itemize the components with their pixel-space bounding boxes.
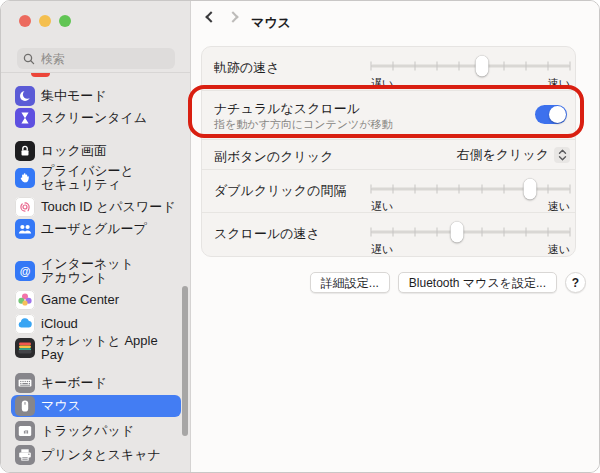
window-controls [19, 15, 71, 27]
main-content: マウス 軌跡の速さ 遅い 速い ナチュラルなスクロール [191, 1, 599, 472]
sidebar-item-wallet[interactable]: ウォレットと Apple Pay [11, 338, 181, 358]
hourglass-icon [15, 108, 35, 128]
game-center-icon [15, 290, 35, 310]
sidebar-item-touch-id[interactable]: Touch ID とパスワード [11, 197, 181, 217]
users-icon [15, 219, 35, 239]
settings-group: 軌跡の速さ 遅い 速い ナチュラルなスクロール 指を動かす方向にコンテンツが移動 [201, 46, 576, 257]
wallet-icon [15, 338, 35, 358]
sidebar-item-lock-screen[interactable]: ロック画面 [11, 141, 181, 161]
sidebar-item-label: トラックパッド [41, 424, 134, 438]
sidebar-item-internet-accounts[interactable]: @ インターネット アカウント [11, 256, 181, 286]
slider-minmax-labels: 遅い 速い [371, 242, 570, 257]
setting-label: ダブルクリックの間隔 [214, 182, 346, 200]
dropdown-value: 右側をクリック [456, 146, 549, 164]
sidebar-item-focus[interactable]: 集中モード [11, 86, 181, 106]
slider-thumb[interactable] [476, 56, 489, 77]
setting-label: スクロールの速さ [214, 225, 320, 243]
moon-icon [15, 86, 35, 106]
double-click-control: 遅い 速い [371, 179, 570, 211]
at-icon: @ [15, 261, 35, 281]
sidebar-item-label: ウォレットと Apple Pay [41, 334, 177, 362]
sidebar-item-label: スクリーンタイム [41, 111, 147, 125]
slider-minmax-labels: 遅い 速い [371, 76, 570, 91]
trackpad-icon [15, 421, 35, 441]
search-icon [23, 53, 35, 65]
sidebar-item-game-center[interactable]: Game Center [11, 290, 181, 310]
double-click-slider[interactable] [371, 179, 570, 199]
hand-icon [15, 168, 35, 188]
slider-thumb[interactable] [450, 222, 463, 243]
sidebar-item-label: iCloud [41, 317, 78, 331]
page-title: マウス [251, 14, 291, 32]
setting-description: 指を動かす方向にコンテンツが移動 [214, 117, 393, 132]
zoom-button[interactable] [59, 15, 71, 27]
sidebar-item-icloud[interactable]: iCloud [11, 314, 181, 334]
slow-label: 遅い [371, 242, 393, 257]
minimize-button[interactable] [39, 15, 51, 27]
sidebar-item-label: プリンタとスキャナ [41, 448, 161, 462]
natural-scrolling-toggle[interactable] [535, 105, 567, 124]
sidebar-item-mouse[interactable]: マウス [11, 395, 181, 417]
sidebar-scrollbar[interactable] [182, 286, 188, 436]
mouse-icon [15, 396, 35, 416]
sidebar-item-label: キーボード [41, 376, 107, 390]
row-tracking-speed: 軌跡の速さ 遅い 速い [202, 47, 575, 90]
sidebar-item-label: プライバシーと セキュリティ [41, 164, 134, 192]
sidebar-item-users-groups[interactable]: ユーザとグループ [11, 219, 181, 239]
sidebar-list: 集中モード スクリーンタイム ロック画面 プライバシーと セキュリティ Touc… [11, 86, 181, 465]
fast-label: 速い [548, 76, 570, 91]
slow-label: 遅い [371, 76, 393, 91]
setting-label: ナチュラルなスクロール [214, 100, 360, 118]
sidebar: 集中モード スクリーンタイム ロック画面 プライバシーと セキュリティ Touc… [1, 1, 191, 472]
tracking-speed-control: 遅い 速い [371, 56, 570, 88]
sidebar-item-label: マウス [41, 399, 81, 413]
sidebar-item-label: Touch ID とパスワード [41, 200, 175, 214]
sidebar-item-label: Game Center [41, 293, 119, 307]
system-settings-window: 集中モード スクリーンタイム ロック画面 プライバシーと セキュリティ Touc… [0, 0, 600, 473]
row-natural-scrolling: ナチュラルなスクロール 指を動かす方向にコンテンツが移動 [202, 90, 575, 139]
search-field[interactable] [17, 48, 175, 69]
svg-text:@: @ [20, 265, 31, 277]
chevron-up-down-icon [554, 147, 570, 163]
sidebar-item-label: インターネット アカウント [41, 257, 134, 285]
lock-icon [15, 141, 35, 161]
sidebar-item-keyboard[interactable]: キーボード [11, 373, 181, 393]
scrolling-speed-slider[interactable] [371, 222, 570, 242]
toggle-knob [549, 106, 566, 123]
sidebar-item-printers[interactable]: プリンタとスキャナ [11, 445, 181, 465]
scrolling-speed-control: 遅い 速い [371, 222, 570, 254]
setup-bluetooth-mouse-button[interactable]: Bluetooth マウスを設定... [398, 272, 557, 293]
setting-label: 軌跡の速さ [214, 59, 280, 77]
advanced-settings-button[interactable]: 詳細設定... [310, 272, 390, 293]
help-button[interactable]: ? [565, 272, 586, 293]
setting-label: 副ボタンのクリック [214, 148, 333, 166]
cloud-icon [15, 314, 35, 334]
nav-controls [207, 13, 237, 21]
sidebar-item-trackpad[interactable]: トラックパッド [11, 421, 181, 441]
footer-buttons: 詳細設定... Bluetooth マウスを設定... ? [191, 272, 586, 293]
sidebar-item-screen-time[interactable]: スクリーンタイム [11, 108, 181, 128]
fast-label: 速い [548, 242, 570, 257]
secondary-click-dropdown[interactable]: 右側をクリック [456, 146, 570, 164]
tracking-speed-slider[interactable] [371, 56, 570, 76]
back-icon[interactable] [205, 11, 216, 22]
close-button[interactable] [19, 15, 31, 27]
notifications-icon-partial [31, 73, 50, 77]
sidebar-item-label: 集中モード [41, 89, 107, 103]
keyboard-icon [15, 373, 35, 393]
forward-icon[interactable] [227, 11, 238, 22]
slider-thumb[interactable] [524, 179, 537, 200]
row-scrolling-speed: スクロールの速さ 遅い 速い [202, 212, 575, 256]
sidebar-item-label: ユーザとグループ [41, 222, 147, 236]
row-secondary-click: 副ボタンのクリック 右側をクリック [202, 139, 575, 169]
sidebar-divider [1, 72, 190, 73]
sidebar-item-privacy-security[interactable]: プライバシーと セキュリティ [11, 163, 181, 193]
printer-icon [15, 445, 35, 465]
sidebar-item-label: ロック画面 [41, 144, 107, 158]
fingerprint-icon [15, 197, 35, 217]
row-double-click-speed: ダブルクリックの間隔 遅い 速い [202, 169, 575, 212]
search-input[interactable] [39, 51, 169, 67]
